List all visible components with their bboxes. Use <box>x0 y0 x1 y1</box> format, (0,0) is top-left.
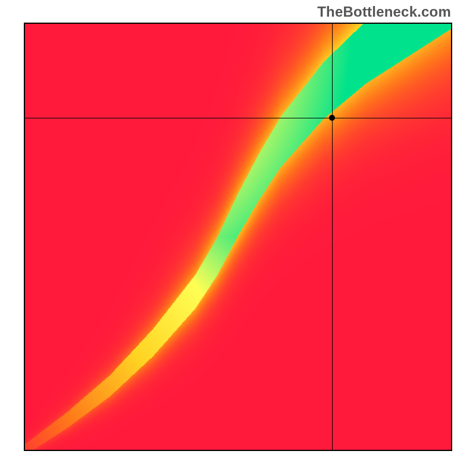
crosshair-vertical <box>332 24 333 450</box>
crosshair-horizontal <box>25 118 451 118</box>
heatmap-canvas <box>25 24 451 450</box>
heatmap-plot-area <box>24 23 452 451</box>
watermark-text: TheBottleneck.com <box>317 4 451 20</box>
marker-dot <box>329 115 335 121</box>
chart-frame: TheBottleneck.com <box>0 0 476 476</box>
